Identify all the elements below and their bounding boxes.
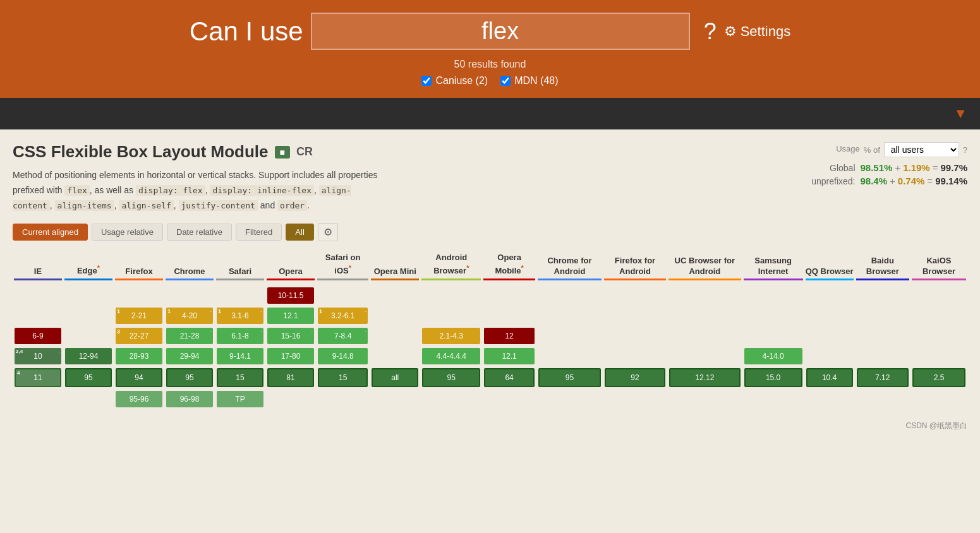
browser-table: IE Edge* Firefox Chrome Safari	[13, 250, 967, 409]
version-cell[interactable]: 14-20 -	[166, 308, 213, 324]
version-cell[interactable]: 92	[605, 368, 665, 387]
version-cell[interactable]: 81	[267, 368, 314, 387]
version-cell[interactable]: 9-14.8	[318, 348, 368, 364]
version-cell[interactable]: 7.12	[857, 368, 909, 387]
version-cell[interactable]: 64	[484, 368, 535, 387]
browser-header-ie: IE	[13, 250, 63, 285]
feature-title: CSS Flexible Box Layout Module ■ CR	[13, 142, 778, 162]
version-cell[interactable]: 15	[217, 368, 263, 387]
tab-current-aligned[interactable]: Current aligned	[13, 224, 88, 241]
version-cell[interactable]: 12-21	[116, 308, 162, 324]
version-cell[interactable]: 95	[538, 368, 601, 387]
version-cell[interactable]: TP	[217, 391, 263, 407]
tab-date-relative[interactable]: Date relative	[167, 224, 232, 241]
browser-header-opera: Opera	[265, 250, 316, 285]
main-content: CSS Flexible Box Layout Module ■ CR Meth…	[0, 129, 980, 416]
table-row: 95-96 96-98 TP	[13, 389, 967, 409]
browser-header-chrome: Chrome	[164, 250, 215, 285]
browser-header-chrome-android: Chrome for Android	[536, 250, 603, 285]
browser-header-baidu: Baidu Browser	[855, 250, 910, 285]
version-cell[interactable]: 12.1	[267, 308, 314, 324]
version-cell[interactable]: 12-94	[65, 348, 112, 364]
table-row: 10-11.5	[13, 285, 967, 306]
version-cell[interactable]: 2.5	[912, 368, 965, 387]
version-cell[interactable]: 12	[484, 328, 535, 344]
version-cell[interactable]: 12.1	[484, 348, 535, 364]
version-cell[interactable]: 13.2-6.1 -	[318, 308, 368, 324]
browser-table-wrapper: IE Edge* Firefox Chrome Safari	[13, 250, 967, 409]
browser-header-android: Android Browser*	[420, 250, 482, 285]
help-button[interactable]: ?	[704, 18, 717, 45]
version-cell[interactable]: 6-9	[15, 328, 61, 344]
tab-usage-relative[interactable]: Usage relative	[92, 224, 163, 241]
caniuse-filter[interactable]: Caniuse (2)	[421, 75, 488, 87]
header: Can I use ? ⚙ Settings 50 results found …	[0, 0, 980, 98]
footer-credit: CSDN @纸黑墨白	[0, 416, 980, 436]
version-cell[interactable]: 15	[318, 368, 368, 387]
cr-badge: CR	[296, 145, 313, 159]
mdn-filter[interactable]: MDN (48)	[500, 75, 558, 87]
gear-icon: ⚙	[724, 23, 737, 40]
version-cell[interactable]: 94	[116, 368, 162, 387]
spec-badge: ■	[275, 146, 290, 159]
version-cell[interactable]: 95	[166, 368, 213, 387]
version-cell[interactable]: 2,410 -	[15, 348, 61, 364]
usage-panel: Usage % of all users tracked users ? Glo…	[778, 142, 967, 189]
browser-header-uc: UC Browser for Android	[667, 250, 742, 285]
version-cell[interactable]: 15-16 -	[267, 328, 314, 344]
version-cell[interactable]: 15.0	[744, 368, 802, 387]
view-tabs: Current aligned Usage relative Date rela…	[13, 223, 967, 241]
version-cell[interactable]: 28-93	[116, 348, 162, 364]
browser-header-opera-mini: Opera Mini	[370, 250, 420, 285]
unprefixed-usage-row: unprefixed: 98.4% + 0.74% = 99.14%	[778, 176, 967, 186]
browser-header-firefox-android: Firefox for Android	[603, 250, 667, 285]
tab-all[interactable]: All	[286, 224, 313, 241]
tab-settings-gear[interactable]: ⚙	[318, 223, 338, 241]
version-cell[interactable]: 12.12	[669, 368, 741, 387]
user-type-select[interactable]: all users tracked users	[884, 142, 959, 157]
version-cell[interactable]: 6.1-8 -	[217, 328, 263, 344]
version-cell[interactable]: 21-28 -	[166, 328, 213, 344]
version-cell[interactable]: 29-94	[166, 348, 213, 364]
version-cell[interactable]: 96-98	[166, 391, 213, 407]
version-cell[interactable]: 95	[422, 368, 480, 387]
browser-header-opera-mobile: Opera Mobile*	[482, 250, 536, 285]
global-usage-row: Global 98.51% + 1.19% = 99.7%	[778, 162, 967, 173]
browser-header-samsung: Samsung Internet	[742, 250, 804, 285]
version-cell[interactable]: 9-14.1	[217, 348, 263, 364]
table-row: 411 95 94 95 15 8	[13, 366, 967, 389]
version-cell[interactable]: 411	[15, 368, 61, 387]
table-row: 12-21 14-20 - 13.1-6 -	[13, 306, 967, 326]
tab-filtered[interactable]: Filtered	[236, 224, 282, 241]
dark-bar: ▼	[0, 98, 980, 129]
browser-header-kaios: KaiOS Browser	[910, 250, 967, 285]
version-cell[interactable]: 10-11.5	[267, 287, 314, 304]
browser-header-safari: Safari	[215, 250, 265, 285]
browser-header-firefox: Firefox	[114, 250, 164, 285]
site-title: Can I use	[190, 16, 303, 47]
table-row: 6-9 322-27 21-28 - 6.1-8	[13, 326, 967, 346]
results-count: 50 results found	[0, 59, 980, 70]
browser-header-qq: QQ Browser	[804, 250, 855, 285]
version-cell[interactable]: 13.1-6 -	[217, 308, 263, 324]
browser-header-edge: Edge*	[63, 250, 114, 285]
version-cell[interactable]: 4.4-4.4.4	[422, 348, 480, 364]
settings-button[interactable]: ⚙ Settings	[724, 23, 791, 40]
version-cell[interactable]: 2.1-4.3	[422, 328, 480, 344]
version-cell[interactable]: 17-80	[267, 348, 314, 364]
version-cell[interactable]: all	[372, 368, 418, 387]
version-cell[interactable]: 95	[65, 368, 112, 387]
version-cell[interactable]: 322-27	[116, 328, 162, 344]
table-row: 2,410 - 12-94 28-93 29-94 9-14.1	[13, 346, 967, 366]
version-cell[interactable]: 7-8.4 -	[318, 328, 368, 344]
version-cell[interactable]: 95-96	[116, 391, 162, 407]
version-cell[interactable]: 10.4	[806, 368, 853, 387]
version-cell[interactable]: 4-14.0	[744, 348, 802, 364]
browser-header-safari-ios: Safari on iOS*	[316, 250, 370, 285]
search-input[interactable]	[311, 13, 690, 50]
filter-icon: ▼	[953, 105, 967, 122]
feature-description: Method of positioning elements in horizo…	[13, 168, 379, 213]
